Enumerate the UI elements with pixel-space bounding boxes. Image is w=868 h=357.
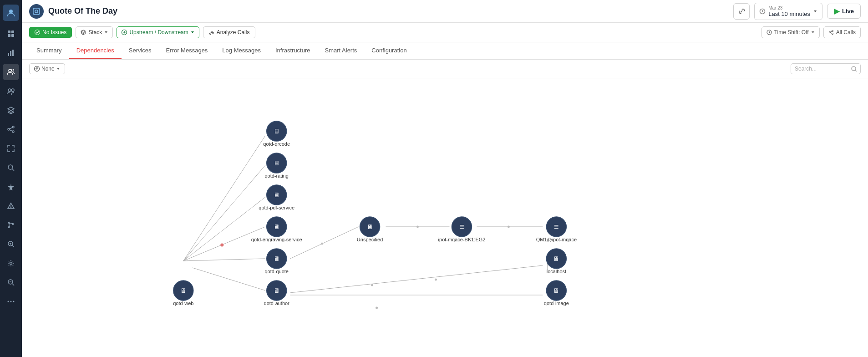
node-localhost[interactable]: 🖥 localhost <box>546 249 566 274</box>
svg-line-26 <box>12 245 14 247</box>
svg-text:🖥: 🖥 <box>180 287 187 294</box>
svg-rect-5 <box>8 53 9 56</box>
svg-point-9 <box>12 69 14 71</box>
svg-point-33 <box>8 301 9 302</box>
svg-point-29 <box>10 262 12 265</box>
all-calls-button[interactable]: All Calls <box>823 26 861 38</box>
edge-dot-6 <box>435 278 437 280</box>
dependency-graph[interactable]: 🖥 qotd-qrcode 🖥 qotd-rating 🖥 qotd-pdf-s… <box>22 78 868 357</box>
node-qm1-ipot-mqace[interactable]: ≡ QM1@ipot-mqace <box>536 217 577 242</box>
node-ipot-mqace[interactable]: ≡ ipot-mqace-BK1:EG2 <box>438 217 486 242</box>
svg-rect-3 <box>8 34 10 37</box>
svg-text:Unspecified: Unspecified <box>357 237 383 242</box>
node-qotd-author[interactable]: 🖥 qotd-author <box>264 280 290 306</box>
analyze-calls-button[interactable]: Analyze Calls <box>203 26 256 38</box>
sidebar-icon-zoom-out[interactable] <box>3 274 19 291</box>
actionbar: No Issues Stack Upstream / Downstream An… <box>22 23 868 42</box>
sidebar-icon-search[interactable] <box>3 159 19 176</box>
stack-label: Stack <box>88 29 102 36</box>
svg-line-15 <box>10 128 12 129</box>
svg-rect-4 <box>11 34 14 37</box>
search-input[interactable] <box>795 66 849 72</box>
edge-dot-7 <box>376 306 378 309</box>
time-range-selector[interactable]: Mar 23 Last 10 minutes <box>754 3 822 20</box>
sidebar-icon-grid[interactable] <box>3 26 19 42</box>
svg-text:🖥: 🖥 <box>553 255 559 262</box>
sidebar-icon-branch[interactable] <box>3 217 19 233</box>
node-qotd-image[interactable]: 🖥 qotd-image <box>544 280 569 306</box>
sidebar-icon-chart[interactable] <box>3 45 19 61</box>
chevron-down-icon <box>813 9 817 14</box>
svg-text:🖥: 🖥 <box>274 223 280 230</box>
svg-text:qotd-rating: qotd-rating <box>264 173 289 178</box>
svg-text:qotd-pdf-service: qotd-pdf-service <box>259 205 294 210</box>
svg-text:qotd-engraving-service: qotd-engraving-service <box>251 237 302 242</box>
svg-text:localhost: localhost <box>547 269 566 274</box>
tab-services[interactable]: Services <box>122 42 159 59</box>
sidebar-icon-expand[interactable] <box>3 140 19 157</box>
tab-smart-alerts[interactable]: Smart Alerts <box>318 42 365 59</box>
svg-rect-7 <box>12 50 14 56</box>
node-qotd-web[interactable]: 🖥 qotd-web <box>173 280 193 306</box>
node-qotd-quote[interactable]: 🖥 qotd-quote <box>264 249 289 274</box>
svg-rect-2 <box>11 31 14 33</box>
svg-text:🖥: 🖥 <box>274 191 280 199</box>
link-button[interactable] <box>733 3 750 20</box>
svg-line-49 <box>830 33 832 34</box>
node-qotd-pdf-service[interactable]: 🖥 qotd-pdf-service <box>259 185 294 210</box>
svg-text:qotd-qrcode: qotd-qrcode <box>263 141 290 147</box>
status-label: No Issues <box>42 29 66 36</box>
svg-rect-6 <box>10 51 11 56</box>
graph-area[interactable]: 🖥 qotd-qrcode 🖥 qotd-rating 🖥 qotd-pdf-s… <box>22 78 868 357</box>
upstream-downstream-button[interactable]: Upstream / Downstream <box>117 26 199 38</box>
topbar: Quote Of The Day Mar 23 Last 10 minutes <box>22 0 868 23</box>
play-icon: ▶ <box>834 7 839 15</box>
sidebar-icon-warning[interactable] <box>3 198 19 214</box>
sidebar-avatar[interactable] <box>3 5 19 21</box>
tab-log-messages[interactable]: Log Messages <box>215 42 268 59</box>
sidebar-icon-share[interactable] <box>3 121 19 138</box>
svg-point-45 <box>829 32 830 33</box>
node-qotd-rating[interactable]: 🖥 qotd-rating <box>264 153 289 178</box>
topbar-actions: Mar 23 Last 10 minutes ▶ Live <box>733 3 861 20</box>
search-box[interactable] <box>791 63 861 74</box>
sidebar-icon-settings[interactable] <box>3 255 19 271</box>
sidebar-icon-team[interactable] <box>3 83 19 99</box>
time-range: Last 10 minutes <box>768 10 810 17</box>
timeshift-chevron-icon <box>811 31 815 34</box>
svg-text:qotd-image: qotd-image <box>544 301 569 306</box>
tab-infrastructure[interactable]: Infrastructure <box>268 42 318 59</box>
tab-summary[interactable]: Summary <box>29 42 69 59</box>
tab-error-messages[interactable]: Error Messages <box>159 42 215 59</box>
allcalls-label: All Calls <box>836 29 856 36</box>
stack-button[interactable]: Stack <box>76 26 113 38</box>
filter-none-button[interactable]: None <box>29 63 65 74</box>
stack-icon <box>81 30 86 35</box>
sidebar-icon-more[interactable] <box>3 293 19 310</box>
svg-line-48 <box>830 31 832 32</box>
allcalls-icon <box>828 30 834 35</box>
upstream-icon <box>122 30 127 35</box>
status-button[interactable]: No Issues <box>29 27 72 38</box>
edge-dot-1 <box>220 243 223 246</box>
node-unspecified[interactable]: 🖥 Unspecified <box>357 217 383 242</box>
svg-point-0 <box>9 10 13 13</box>
filterbar: None <box>22 60 868 78</box>
main-content: Quote Of The Day Mar 23 Last 10 minutes <box>22 0 868 357</box>
tab-dependencies[interactable]: Dependencies <box>69 42 122 59</box>
svg-point-11 <box>11 89 14 92</box>
sidebar <box>0 0 22 357</box>
page-title: Quote Of The Day <box>48 6 729 16</box>
edge-author-localhost <box>290 265 543 293</box>
live-button[interactable]: ▶ Live <box>827 4 861 19</box>
node-qotd-qrcode[interactable]: 🖥 qotd-qrcode <box>263 121 290 147</box>
svg-point-14 <box>12 131 14 133</box>
tab-configuration[interactable]: Configuration <box>364 42 414 59</box>
sidebar-icon-layers[interactable] <box>3 102 19 118</box>
svg-text:qotd-web: qotd-web <box>173 301 193 306</box>
sidebar-icon-sparkle[interactable] <box>3 178 19 195</box>
timeshift-button[interactable]: Time Shift: Off <box>761 26 820 38</box>
sidebar-icon-users[interactable] <box>3 64 19 80</box>
timeshift-label: Time Shift: Off <box>774 29 809 36</box>
sidebar-icon-zoom-in[interactable] <box>3 236 19 252</box>
